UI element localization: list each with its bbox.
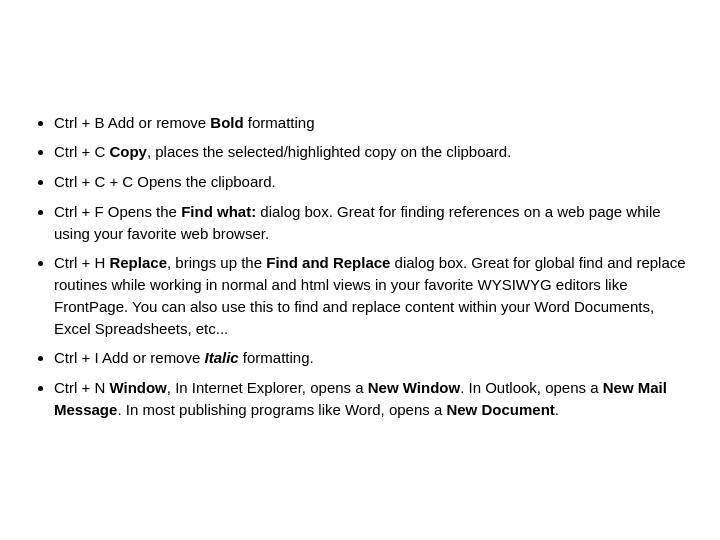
main-content: Ctrl + B Add or remove Bold formatting C… xyxy=(30,92,690,449)
ctrl-n-bold1: Window xyxy=(109,379,166,396)
ctrl-n-bold4: New Document xyxy=(446,401,554,418)
list-item: Ctrl + N Window, In Internet Explorer, o… xyxy=(54,377,690,421)
ctrl-i-text: Ctrl + I Add or remove Italic formatting… xyxy=(54,349,314,366)
list-item: Ctrl + F Opens the Find what: dialog box… xyxy=(54,201,690,245)
list-item: Ctrl + B Add or remove Bold formatting xyxy=(54,112,690,134)
ctrl-n-text: Ctrl + N Window, In Internet Explorer, o… xyxy=(54,379,667,418)
list-item: Ctrl + C Copy, places the selected/highl… xyxy=(54,141,690,163)
ctrl-h-bold1: Replace xyxy=(109,254,167,271)
ctrl-n-bold2: New Window xyxy=(368,379,460,396)
list-item: Ctrl + C + C Opens the clipboard. xyxy=(54,171,690,193)
list-item: Ctrl + H Replace, brings up the Find and… xyxy=(54,252,690,339)
ctrl-c-prefix: Ctrl + C Copy, places the selected/highl… xyxy=(54,143,511,160)
ctrl-h-text: Ctrl + H Replace, brings up the Find and… xyxy=(54,254,686,336)
ctrl-f-text: Ctrl + F Opens the Find what: dialog box… xyxy=(54,203,661,242)
ctrl-cc-text: Ctrl + C + C Opens the clipboard. xyxy=(54,173,276,190)
ctrl-b-bold: Bold xyxy=(210,114,243,131)
list-item: Ctrl + I Add or remove Italic formatting… xyxy=(54,347,690,369)
ctrl-f-bold: Find what: xyxy=(181,203,256,220)
ctrl-i-italic: Italic xyxy=(204,349,238,366)
ctrl-b-prefix: Ctrl + B Add or remove Bold formatting xyxy=(54,114,315,131)
shortcut-list: Ctrl + B Add or remove Bold formatting C… xyxy=(30,112,690,421)
ctrl-c-bold: Copy xyxy=(109,143,147,160)
ctrl-h-bold2: Find and Replace xyxy=(266,254,390,271)
